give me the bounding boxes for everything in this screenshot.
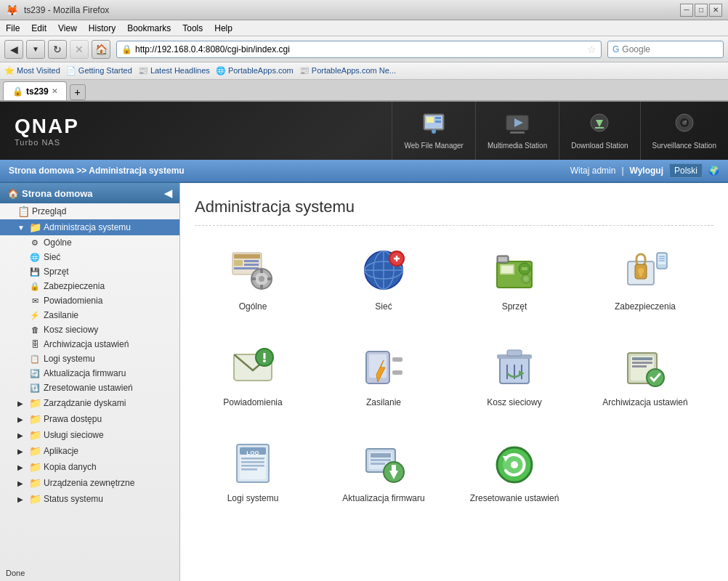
admin-icon-grid: Ogólne: [195, 237, 703, 511]
zasilanie-label: Zasilanie: [44, 310, 78, 320]
browser-toolbar: ◀ ▼ ↻ ✕ 🏠 🔒 http://192.168.0.4:8080/cgi-…: [0, 36, 728, 62]
menu-bookmarks[interactable]: Bookmarks: [127, 23, 171, 33]
window-controls[interactable]: ─ □ ✕: [680, 4, 722, 17]
sidebar-item-reset[interactable]: 🔃 Zresetowanie ustawień: [0, 381, 179, 395]
icon-cell-siec[interactable]: Sieć: [325, 237, 442, 319]
browser-titlebar: 🦊 ts239 - Mozilla Firefox ─ □ ✕: [0, 0, 728, 20]
sidebar-item-prawa[interactable]: ▶ 📁 Prawa dostępu: [0, 411, 179, 427]
sidebar-item-zabezpieczenia[interactable]: 🔒 Zabezpieczenia: [0, 279, 179, 293]
sprzet-icon-img: [489, 245, 540, 296]
main-layout: 🏠 Strona domowa ◀ 📋 Przegląd ▼ 📁 Adminis…: [0, 183, 728, 581]
sidebar-item-przeglad[interactable]: 📋 Przegląd: [0, 203, 179, 219]
icon-cell-zasilanie[interactable]: Zasilanie: [325, 333, 442, 415]
sidebar-item-powiadomienia[interactable]: ✉ Powiadomienia: [0, 293, 179, 308]
icon-cell-ogolne[interactable]: Ogólne: [195, 237, 311, 319]
bookmark-most-visited[interactable]: ⭐ Most Visited: [4, 66, 60, 76]
menu-file[interactable]: File: [6, 23, 20, 33]
logout-link[interactable]: Wyloguj: [630, 166, 663, 176]
active-tab[interactable]: 🔒 ts239 ✕: [3, 81, 67, 100]
svg-rect-50: [639, 272, 642, 277]
sidebar-item-siec[interactable]: 🌐 Sieć: [0, 250, 179, 264]
sidebar-item-aktualizacja[interactable]: 🔄 Aktualizacja firmwaru: [0, 366, 179, 381]
archiwizacja-icon-img: [620, 341, 671, 391]
bookmark-getting-started[interactable]: 📄 Getting Started: [66, 66, 132, 76]
icon-cell-aktualizacja[interactable]: Aktualizacja firmwaru: [325, 429, 442, 511]
collapse-icon[interactable]: ◀: [164, 187, 172, 199]
status-expand-icon: ▶: [17, 495, 26, 503]
tab-close-icon[interactable]: ✕: [52, 87, 57, 95]
nav-multimedia-station[interactable]: Multimedia Station: [475, 102, 559, 160]
svg-rect-67: [507, 350, 522, 356]
svg-rect-39: [501, 266, 513, 273]
new-tab-button[interactable]: +: [70, 84, 86, 100]
minimize-button[interactable]: ─: [680, 4, 693, 17]
sidebar-item-kopia[interactable]: ▶ 📁 Kopia danych: [0, 459, 179, 475]
globe-icon[interactable]: 🌍: [708, 166, 719, 176]
icon-cell-logi[interactable]: LOG Logi systemu: [195, 429, 311, 511]
address-input[interactable]: http://192.168.0.4:8080/cgi-bin/index.cg…: [135, 44, 587, 54]
svg-point-5: [432, 129, 436, 134]
bookmarks-bar: ⭐ Most Visited 📄 Getting Started 📰 Lates…: [0, 62, 728, 80]
menu-edit[interactable]: Edit: [31, 23, 46, 33]
sidebar-item-kosz[interactable]: 🗑 Kosz sieciowy: [0, 322, 179, 337]
icon-cell-powiadomienia[interactable]: Powiadomienia: [195, 333, 311, 415]
menu-view[interactable]: View: [58, 23, 77, 33]
nav-download-station[interactable]: Download Station: [559, 102, 639, 160]
forward-dropdown-button[interactable]: ▼: [26, 40, 45, 59]
prawa-folder-icon: 📁: [29, 413, 41, 425]
sidebar-item-logi[interactable]: 📋 Logi systemu: [0, 352, 179, 366]
ogolne-icon: ⚙: [29, 238, 41, 248]
icon-cell-sprzet[interactable]: Sprzęt: [456, 237, 573, 319]
nav-surveillance-station[interactable]: Surveillance Station: [640, 102, 728, 160]
nav-web-file-manager[interactable]: Web File Manager: [392, 102, 475, 160]
bookmark-latest-headlines[interactable]: 📰 Latest Headlines: [138, 66, 210, 76]
uslugi-label: Usługi sieciowe: [44, 430, 104, 440]
sprzet-icon: 💾: [29, 267, 41, 277]
sidebar-item-urzadzenia[interactable]: ▶ 📁 Urządzenia zewnętrzne: [0, 475, 179, 491]
close-button[interactable]: ✕: [709, 4, 722, 17]
prawa-label: Prawa dostępu: [44, 414, 102, 424]
menu-tools[interactable]: Tools: [182, 23, 203, 33]
sidebar-item-administracja[interactable]: ▼ 📁 Administracja systemu: [0, 219, 179, 235]
bookmark-portableapps[interactable]: 🌐 PortableApps.com: [216, 66, 294, 76]
aplikacje-folder-icon: 📁: [29, 445, 41, 457]
icon-cell-reset[interactable]: Zresetowanie ustawień: [456, 429, 573, 511]
menu-history[interactable]: History: [89, 23, 116, 33]
logi-label: Logi systemu: [227, 493, 279, 503]
header-actions: Witaj admin | Wyloguj Polski 🌍: [570, 163, 719, 178]
svg-point-59: [263, 359, 266, 362]
search-input[interactable]: [622, 44, 728, 54]
reload-button[interactable]: ↻: [48, 40, 67, 59]
language-selector[interactable]: Polski: [669, 163, 703, 178]
stop-button[interactable]: ✕: [70, 40, 89, 59]
bookmark-portableapps-ne[interactable]: 📰 PortableApps.com Ne...: [299, 66, 396, 76]
separator: |: [621, 166, 623, 176]
sidebar-item-uslugi[interactable]: ▶ 📁 Usługi sieciowe: [0, 427, 179, 443]
back-button[interactable]: ◀: [4, 40, 23, 59]
svg-rect-17: [234, 254, 260, 259]
sidebar-item-zasilanie[interactable]: ⚡ Zasilanie: [0, 308, 179, 322]
menu-help[interactable]: Help: [214, 23, 232, 33]
sidebar-item-ogolne[interactable]: ⚙ Ogólne: [0, 235, 179, 250]
logi-icon-img: LOG: [227, 436, 278, 487]
svg-rect-54: [659, 258, 665, 259]
svg-rect-26: [260, 285, 263, 289]
powiadomienia-icon: ✉: [29, 296, 41, 306]
sidebar-item-zarzadzanie[interactable]: ▶ 📁 Zarządzanie dyskami: [0, 395, 179, 411]
icon-cell-zabezpieczenia[interactable]: Zabezpieczenia: [587, 237, 703, 319]
archiwizacja-icon: 🗄: [29, 340, 41, 349]
maximize-button[interactable]: □: [695, 4, 708, 17]
logi-icon: 📋: [29, 354, 41, 364]
home-button[interactable]: 🏠: [92, 40, 110, 59]
icon-cell-archiwizacja[interactable]: Archiwizacja ustawień: [587, 333, 703, 415]
svg-rect-27: [251, 277, 256, 280]
sidebar-item-sprzet[interactable]: 💾 Sprzęt: [0, 264, 179, 279]
logi-label: Logi systemu: [44, 354, 95, 364]
icon-cell-kosz[interactable]: Kosz sieciowy: [456, 333, 573, 415]
sidebar-item-aplikacje[interactable]: ▶ 📁 Aplikacje: [0, 443, 179, 459]
svg-rect-94: [392, 465, 396, 474]
sidebar-item-status[interactable]: ▶ 📁 Status systemu: [0, 491, 179, 507]
sidebar-item-archiwizacja[interactable]: 🗄 Archiwizacja ustawień: [0, 337, 179, 352]
archiwizacja-label: Archiwizacja ustawień: [44, 339, 129, 349]
siec-icon-img: [358, 245, 409, 296]
